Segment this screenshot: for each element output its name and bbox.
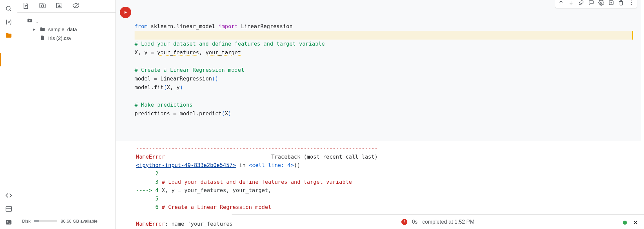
tree-up-label: .. (35, 18, 38, 23)
terminal-icon[interactable] (1, 216, 16, 229)
link-icon[interactable] (578, 0, 584, 7)
status-completed: completed at 1:52 PM (422, 219, 475, 225)
active-line-highlight (135, 31, 633, 40)
file-toolbar (17, 0, 115, 13)
disk-label: Disk (22, 219, 30, 224)
svg-point-7 (600, 2, 602, 4)
run-cell-button[interactable] (120, 7, 131, 18)
right-indicators: ✕ (623, 219, 638, 226)
tree-file-iris[interactable]: Iris (2).csv (17, 34, 115, 42)
svg-point-10 (631, 2, 632, 3)
svg-point-0 (6, 6, 10, 10)
tree-folder-sample-data[interactable]: ▶ sample_data (17, 25, 115, 34)
more-icon[interactable] (628, 0, 634, 7)
code-editor[interactable]: from sklearn.linear_model import LinearR… (135, 5, 639, 127)
svg-rect-2 (6, 207, 12, 212)
tree-item-label: sample_data (48, 26, 77, 32)
code-snippets-icon[interactable] (1, 189, 16, 202)
search-icon[interactable] (1, 2, 16, 15)
code-cell[interactable]: from sklearn.linear_model import LinearR… (116, 0, 641, 141)
tree-up[interactable]: .. (17, 16, 115, 25)
variables-icon[interactable] (1, 15, 16, 29)
cell-toolbar (555, 0, 637, 8)
active-indicator (0, 53, 1, 66)
status-duration: 0s (412, 219, 418, 225)
file-tree: .. ▶ sample_data Iris (2).csv (17, 13, 115, 215)
svg-line-1 (10, 10, 11, 11)
move-down-icon[interactable] (568, 0, 574, 7)
file-explorer: .. ▶ sample_data Iris (2).csv Disk 80.68… (17, 0, 116, 229)
disk-available: 80.68 GB available (61, 219, 97, 224)
traceback-link[interactable]: <ipython-input-49-833e2b0e5457> (136, 162, 236, 168)
upload-icon[interactable] (22, 2, 29, 10)
toggle-hidden-icon[interactable] (72, 2, 80, 10)
chevron-right-icon: ▶ (33, 27, 37, 31)
mirror-cell-icon[interactable] (608, 0, 614, 7)
main-area: from sklearn.linear_model import LinearR… (116, 0, 644, 229)
table-of-contents-icon[interactable] (1, 202, 16, 216)
svg-point-9 (631, 1, 632, 1)
svg-point-11 (631, 4, 632, 5)
tree-item-label: Iris (2).csv (48, 35, 71, 41)
delete-icon[interactable] (618, 0, 624, 7)
close-icon[interactable]: ✕ (633, 219, 638, 226)
status-error-icon[interactable]: ! (401, 219, 407, 225)
svg-rect-4 (6, 220, 12, 225)
disk-meter (34, 220, 57, 222)
refresh-icon[interactable] (39, 2, 46, 10)
gear-icon[interactable] (598, 0, 604, 7)
connection-status-icon[interactable] (623, 221, 627, 225)
disk-bar: Disk 80.68 GB available (17, 215, 115, 229)
left-rail (0, 0, 17, 229)
files-icon[interactable] (1, 29, 16, 42)
move-up-icon[interactable] (558, 0, 564, 7)
comment-icon[interactable] (588, 0, 594, 7)
mount-drive-icon[interactable] (56, 2, 63, 10)
status-bar: ! 0s completed at 1:52 PM (232, 214, 644, 229)
